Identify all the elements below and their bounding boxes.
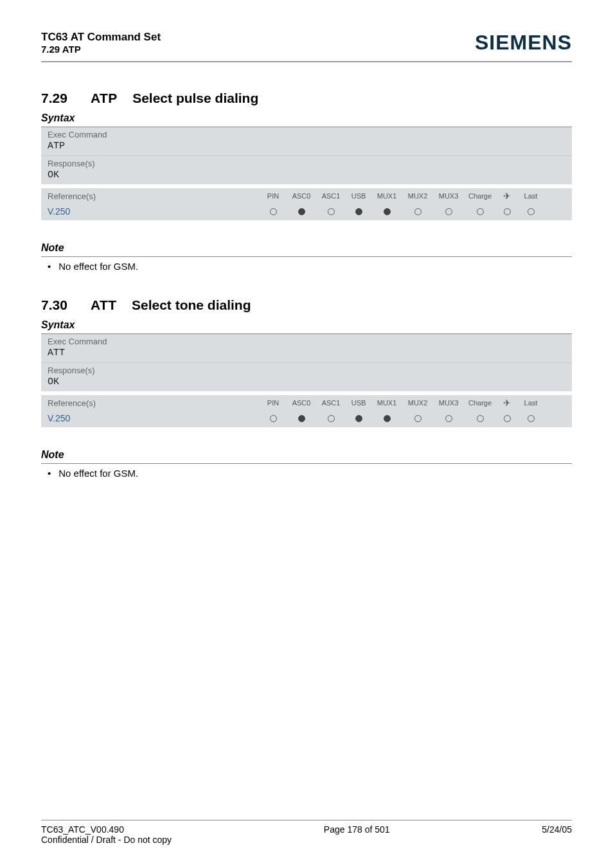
header-rule [41, 61, 572, 62]
dot-asc1 [316, 414, 346, 423]
page: TC63 AT Command Set 7.29 ATP SIEMENS 7.2… [0, 0, 613, 868]
exec-command-label: Exec Command [48, 337, 565, 346]
col-airplane-icon: ✈ [496, 191, 518, 201]
syntax-label: Syntax [41, 319, 572, 331]
footer-confidential: Confidential / Draft - Do not copy [41, 835, 172, 845]
note-item: • No effect for GSM. [48, 261, 572, 272]
response-box: Response(s) OK [41, 362, 572, 391]
col-airplane-icon: ✈ [496, 398, 518, 408]
col-charge: Charge [464, 399, 496, 407]
dot-last [518, 414, 544, 423]
col-mux1: MUX1 [371, 192, 402, 200]
col-asc1: ASC1 [316, 192, 346, 200]
col-last: Last [518, 192, 544, 200]
header-left: TC63 AT Command Set 7.29 ATP [41, 31, 161, 55]
response-value: OK [48, 170, 565, 181]
note-rule [41, 256, 572, 257]
section-title: Select tone dialing [132, 297, 251, 312]
col-mux1: MUX1 [371, 399, 402, 407]
section-cmd: ATP [91, 91, 118, 105]
reference-value: V.250 [48, 206, 260, 217]
dot-asc0 [287, 414, 316, 423]
brand-logo: SIEMENS [475, 31, 572, 55]
response-value: OK [48, 376, 565, 387]
note-list: • No effect for GSM. [48, 261, 572, 272]
section-title: Select pulse dialing [132, 91, 258, 105]
bullet-icon: • [48, 468, 51, 479]
dot-usb [346, 414, 371, 423]
dot-mux3 [433, 208, 464, 216]
reference-value: V.250 [48, 413, 260, 423]
response-label: Response(s) [48, 366, 565, 375]
dot-mux2 [402, 208, 433, 216]
footer-page: Page 178 of 501 [324, 824, 390, 845]
exec-command-value: ATP [48, 141, 565, 152]
col-usb: USB [346, 192, 371, 200]
dot-asc1 [316, 208, 346, 216]
note-list: • No effect for GSM. [48, 468, 572, 479]
exec-command-box: Exec Command ATT [41, 334, 572, 362]
section-heading-7-29: 7.29 ATP Select pulse dialing [41, 91, 572, 106]
dot-charge [464, 208, 496, 216]
col-mux3: MUX3 [433, 192, 464, 200]
exec-command-value: ATT [48, 348, 565, 359]
col-usb: USB [346, 399, 371, 407]
dot-mux1 [371, 414, 402, 423]
response-box: Response(s) OK [41, 155, 572, 184]
exec-command-label: Exec Command [48, 130, 565, 139]
dot-usb [346, 208, 371, 216]
footer-row: TC63_ATC_V00.490 Confidential / Draft - … [41, 824, 572, 845]
dot-mux2 [402, 414, 433, 423]
response-label: Response(s) [48, 159, 565, 168]
dot-plane [496, 208, 518, 216]
note-label: Note [41, 242, 572, 254]
reference-value-row: V.250 [41, 411, 572, 427]
section-number: 7.30 [41, 297, 67, 313]
dot-pin [260, 208, 287, 216]
dot-charge [464, 414, 496, 423]
syntax-label: Syntax [41, 112, 572, 124]
header-bar: TC63 AT Command Set 7.29 ATP SIEMENS [41, 31, 572, 55]
section-heading-7-30: 7.30 ATT Select tone dialing [41, 297, 572, 313]
note-text: No effect for GSM. [58, 468, 138, 479]
col-mux3: MUX3 [433, 399, 464, 407]
dot-mux3 [433, 414, 464, 423]
airplane-icon: ✈ [503, 398, 511, 408]
footer-date: 5/24/05 [542, 824, 572, 845]
footer-left: TC63_ATC_V00.490 Confidential / Draft - … [41, 824, 172, 845]
col-pin: PIN [260, 192, 287, 200]
note-label: Note [41, 449, 572, 461]
footer-doc-id: TC63_ATC_V00.490 [41, 824, 172, 835]
exec-command-box: Exec Command ATP [41, 127, 572, 155]
note-text: No effect for GSM. [58, 261, 138, 272]
bullet-icon: • [48, 261, 51, 272]
col-mux2: MUX2 [402, 399, 433, 407]
col-asc1: ASC1 [316, 399, 346, 407]
dot-pin [260, 414, 287, 423]
doc-subtitle: 7.29 ATP [41, 44, 161, 55]
note-rule [41, 463, 572, 464]
reference-label: Reference(s) [48, 191, 260, 201]
dot-plane [496, 414, 518, 423]
reference-header-row: Reference(s) PIN ASC0 ASC1 USB MUX1 MUX2… [41, 395, 572, 411]
section-number: 7.29 [41, 91, 67, 106]
reference-label: Reference(s) [48, 398, 260, 408]
reference-value-row: V.250 [41, 204, 572, 220]
doc-title: TC63 AT Command Set [41, 31, 161, 44]
col-pin: PIN [260, 399, 287, 407]
col-asc0: ASC0 [287, 192, 316, 200]
col-charge: Charge [464, 192, 496, 200]
col-last: Last [518, 399, 544, 407]
dot-asc0 [287, 208, 316, 216]
col-mux2: MUX2 [402, 192, 433, 200]
section-cmd: ATT [91, 297, 117, 312]
page-footer: TC63_ATC_V00.490 Confidential / Draft - … [41, 820, 572, 845]
dot-mux1 [371, 208, 402, 216]
note-item: • No effect for GSM. [48, 468, 572, 479]
reference-header-row: Reference(s) PIN ASC0 ASC1 USB MUX1 MUX2… [41, 188, 572, 204]
footer-rule [41, 820, 572, 820]
airplane-icon: ✈ [503, 191, 511, 201]
col-asc0: ASC0 [287, 399, 316, 407]
dot-last [518, 208, 544, 216]
